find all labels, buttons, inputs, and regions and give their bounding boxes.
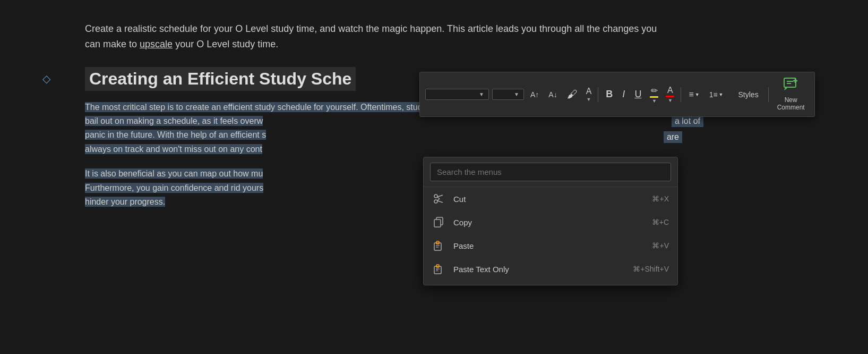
search-input[interactable] — [430, 163, 671, 181]
new-comment-button[interactable]: New Comment — [773, 75, 809, 113]
intro-paragraph: Create a realistic schedule for your O L… — [85, 21, 669, 52]
context-menu: Cut ⌘+X Copy ⌘+C Paste ⌘+V — [423, 157, 678, 285]
copy-icon — [432, 216, 445, 229]
font-style-button[interactable]: A ▼ — [584, 86, 594, 103]
paste-text-only-shortcut: ⌘+Shift+V — [633, 265, 669, 273]
sep3 — [768, 87, 769, 102]
increase-font-button[interactable]: A↑ — [527, 88, 542, 101]
cut-shortcut: ⌘+X — [652, 195, 669, 203]
p1-line2: bail out on making a schedule, as it fee… — [85, 116, 263, 126]
bold-button[interactable]: B — [603, 87, 616, 102]
intro-suffix: your O Level study time. — [175, 39, 278, 49]
ordered-list-icon: 1≡ — [709, 90, 718, 99]
highlight-chevron: ▼ — [652, 98, 657, 104]
p1-line1: The most critical step is to create an e… — [85, 102, 439, 112]
p1-right2: are — [664, 131, 682, 143]
menu-item-copy[interactable]: Copy ⌘+C — [424, 210, 677, 234]
formatting-toolbar: ▼ ▼ A↑ A↓ 🖌 A ▼ B I U ✏ ▼ A — [419, 72, 815, 117]
search-bar-container — [424, 157, 677, 187]
font-size-dropdown[interactable]: ▼ — [492, 89, 524, 100]
svg-rect-13 — [434, 220, 441, 227]
paste-icon — [432, 239, 445, 252]
font-family-dropdown[interactable]: ▼ — [425, 89, 489, 100]
paste-text-icon: A — [432, 263, 445, 275]
decrease-font-button[interactable]: A↓ — [545, 88, 560, 101]
svg-line-10 — [437, 197, 440, 199]
paste-text-only-label: Paste Text Only — [453, 265, 624, 274]
paste-label: Paste — [453, 241, 643, 250]
underline-button[interactable]: U — [631, 87, 644, 102]
svg-line-11 — [437, 199, 440, 201]
styles-button[interactable]: Styles — [733, 88, 764, 101]
intro-link: upscale — [140, 39, 173, 49]
p2-line3: hinder your progress. — [85, 197, 165, 207]
font-size-chevron: ▼ — [514, 91, 519, 97]
menu-item-cut[interactable]: Cut ⌘+X — [424, 187, 677, 210]
font-family-chevron: ▼ — [479, 91, 484, 97]
bullet-list-chevron: ▼ — [695, 92, 700, 97]
highlight-color-bar — [650, 96, 658, 98]
ordered-list-chevron: ▼ — [719, 92, 724, 97]
bullet-list-button[interactable]: ≡ ▼ — [685, 88, 702, 102]
p2-line1: It is also beneficial as you can map out… — [85, 168, 263, 179]
font-color-bar — [666, 96, 674, 97]
p1-line4: always on track and won't miss out on an… — [85, 144, 262, 154]
highlight-icon: ✏ — [651, 86, 658, 96]
paint-format-button[interactable]: 🖌 — [564, 86, 581, 103]
document-heading: Creating an Efficient Study Sche — [85, 67, 356, 91]
menu-item-paste-text-only[interactable]: A Paste Text Only ⌘+Shift+V — [424, 257, 677, 281]
svg-line-9 — [437, 201, 443, 203]
cut-label: Cut — [453, 195, 643, 204]
copy-label: Copy — [453, 218, 643, 227]
sep2 — [681, 87, 681, 102]
menu-item-paste[interactable]: Paste ⌘+V — [424, 234, 677, 257]
font-color-chevron: ▼ — [668, 98, 673, 103]
italic-button[interactable]: I — [619, 87, 628, 102]
svg-line-8 — [437, 195, 443, 197]
svg-rect-0 — [784, 78, 796, 87]
font-color-button[interactable]: A ▼ — [664, 85, 676, 104]
copy-shortcut: ⌘+C — [652, 218, 669, 226]
bullet-list-icon: ≡ — [689, 90, 693, 99]
font-style-chevron: ▼ — [587, 97, 591, 102]
comment-svg — [784, 78, 798, 91]
ordered-list-button[interactable]: 1≡ ▼ — [706, 88, 727, 101]
new-comment-label: New Comment — [777, 96, 805, 111]
p2-line2: Furthermore, you gain confidence and rid… — [85, 183, 263, 193]
font-color-icon: A — [667, 86, 673, 95]
paint-format-icon: 🖌 — [567, 88, 578, 100]
paste-shortcut: ⌘+V — [652, 241, 669, 250]
new-comment-icon — [784, 78, 798, 95]
cut-icon — [432, 192, 445, 205]
sep1 — [598, 87, 598, 102]
diamond-icon: ◇ — [42, 72, 50, 85]
p1-line3: panic in the future. With the help of an… — [85, 130, 266, 140]
highlight-color-button[interactable]: ✏ ▼ — [648, 85, 660, 105]
